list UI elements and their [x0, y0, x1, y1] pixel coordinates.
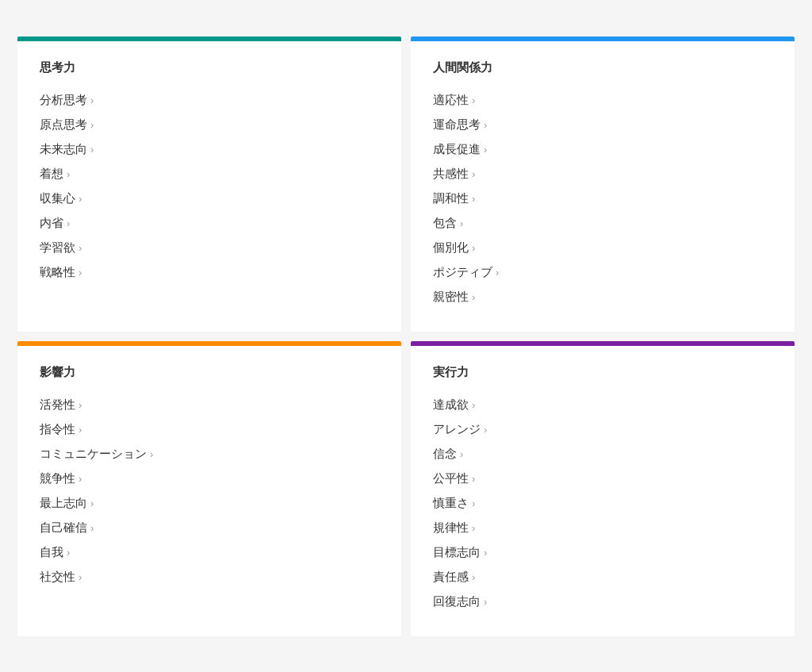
item-label: 収集心 — [40, 191, 75, 206]
chevron-icon: › — [150, 448, 153, 460]
item-list-thinking: 分析思考 ›原点思考 ›未来志向 ›着想 ›収集心 ›内省 ›学習欲 ›戦略性 … — [40, 88, 379, 285]
list-item[interactable]: 分析思考 › — [40, 88, 379, 113]
chevron-icon: › — [484, 596, 487, 608]
chevron-icon: › — [472, 473, 475, 485]
item-label: 戦略性 — [40, 265, 75, 280]
list-item[interactable]: 指令性 › — [40, 417, 379, 442]
list-item[interactable]: 原点思考 › — [40, 113, 379, 137]
list-item[interactable]: 規律性 › — [433, 516, 772, 540]
chevron-icon: › — [90, 497, 94, 509]
chevron-icon: › — [67, 217, 70, 229]
chevron-icon: › — [472, 242, 475, 254]
item-label: 回復志向 — [433, 594, 481, 609]
list-item[interactable]: 適応性 › — [433, 88, 772, 113]
item-list-execution: 達成欲 ›アレンジ ›信念 ›公平性 ›慎重さ ›規律性 ›目標志向 ›責任感 … — [433, 393, 772, 614]
list-item[interactable]: 社交性 › — [40, 565, 379, 589]
card-influence: 影響力活発性 ›指令性 ›コミュニケーション ›競争性 ›最上志向 ›自己確信 … — [17, 341, 401, 636]
chevron-icon: › — [472, 571, 475, 583]
chevron-icon: › — [90, 144, 94, 156]
card-body-thinking: 思考力分析思考 ›原点思考 ›未来志向 ›着想 ›収集心 ›内省 ›学習欲 ›戦… — [17, 41, 401, 307]
list-item[interactable]: 責任感 › — [433, 565, 772, 589]
item-label: 公平性 — [433, 471, 469, 486]
list-item[interactable]: 包含 › — [433, 211, 772, 236]
list-item[interactable]: 自己確信 › — [40, 516, 379, 540]
chevron-icon: › — [79, 399, 82, 411]
list-item[interactable]: 親密性 › — [433, 285, 772, 309]
list-item[interactable]: コミュニケーション › — [40, 442, 379, 467]
item-label: 自我 — [40, 545, 63, 560]
chevron-icon: › — [484, 424, 487, 436]
card-body-influence: 影響力活発性 ›指令性 ›コミュニケーション ›競争性 ›最上志向 ›自己確信 … — [17, 346, 401, 612]
card-body-execution: 実行力達成欲 ›アレンジ ›信念 ›公平性 ›慎重さ ›規律性 ›目標志向 ›責… — [411, 346, 795, 636]
list-item[interactable]: ポジティブ › — [433, 260, 772, 285]
list-item[interactable]: 慎重さ › — [433, 491, 772, 516]
item-label: 競争性 — [40, 471, 75, 486]
item-label: 慎重さ — [433, 496, 469, 511]
chevron-icon: › — [472, 399, 475, 411]
item-label: 共感性 — [433, 167, 469, 182]
item-label: 包含 — [433, 216, 457, 231]
chevron-icon: › — [472, 168, 475, 180]
item-label: 目標志向 — [433, 545, 481, 560]
chevron-icon: › — [79, 242, 82, 254]
list-item[interactable]: 成長促進 › — [433, 137, 772, 162]
list-item[interactable]: 収集心 › — [40, 186, 379, 211]
item-label: 達成欲 — [433, 397, 469, 413]
main-grid: 思考力分析思考 ›原点思考 ›未来志向 ›着想 ›収集心 ›内省 ›学習欲 ›戦… — [17, 36, 795, 636]
item-label: ポジティブ — [433, 265, 492, 280]
list-item[interactable]: 回復志向 › — [433, 589, 772, 614]
item-label: 内省 — [40, 216, 63, 231]
item-label: 原点思考 — [40, 117, 87, 132]
item-label: 自己確信 — [40, 520, 87, 536]
item-label: 親密性 — [433, 290, 469, 305]
list-item[interactable]: 着想 › — [40, 162, 379, 186]
chevron-icon: › — [472, 94, 475, 106]
chevron-icon: › — [90, 522, 94, 534]
chevron-icon: › — [472, 193, 475, 205]
item-label: 成長促進 — [433, 142, 481, 157]
chevron-icon: › — [79, 267, 82, 278]
chevron-icon: › — [484, 144, 487, 156]
list-item[interactable]: 個別化 › — [433, 236, 772, 260]
chevron-icon: › — [472, 497, 475, 509]
item-label: 未来志向 — [40, 142, 87, 157]
list-item[interactable]: 戦略性 › — [40, 260, 379, 285]
list-item[interactable]: 自我 › — [40, 540, 379, 565]
item-list-influence: 活発性 ›指令性 ›コミュニケーション ›競争性 ›最上志向 ›自己確信 ›自我… — [40, 393, 379, 589]
list-item[interactable]: 公平性 › — [433, 467, 772, 491]
card-title-thinking: 思考力 — [40, 60, 379, 75]
chevron-icon: › — [79, 571, 82, 583]
chevron-icon: › — [67, 168, 70, 180]
card-title-execution: 実行力 — [433, 365, 772, 380]
chevron-icon: › — [79, 473, 82, 485]
card-thinking: 思考力分析思考 ›原点思考 ›未来志向 ›着想 ›収集心 ›内省 ›学習欲 ›戦… — [17, 36, 401, 332]
item-label: アレンジ — [433, 422, 481, 437]
list-item[interactable]: 競争性 › — [40, 467, 379, 491]
chevron-icon: › — [460, 217, 463, 229]
list-item[interactable]: 最上志向 › — [40, 491, 379, 516]
list-item[interactable]: 目標志向 › — [433, 540, 772, 565]
item-label: 指令性 — [40, 422, 75, 437]
item-label: 着想 — [40, 167, 63, 182]
list-item[interactable]: 運命思考 › — [433, 113, 772, 137]
list-item[interactable]: 共感性 › — [433, 162, 772, 186]
item-label: コミュニケーション — [40, 447, 147, 462]
list-item[interactable]: アレンジ › — [433, 417, 772, 442]
item-label: 適応性 — [433, 93, 469, 108]
item-label: 分析思考 — [40, 93, 87, 108]
item-label: 活発性 — [40, 397, 75, 413]
item-label: 信念 — [433, 447, 457, 462]
list-item[interactable]: 未来志向 › — [40, 137, 379, 162]
chevron-icon: › — [496, 267, 499, 278]
chevron-icon: › — [484, 547, 487, 559]
card-title-influence: 影響力 — [40, 365, 379, 380]
list-item[interactable]: 信念 › — [433, 442, 772, 467]
item-label: 規律性 — [433, 520, 469, 536]
list-item[interactable]: 活発性 › — [40, 393, 379, 417]
item-list-relationships: 適応性 ›運命思考 ›成長促進 ›共感性 ›調和性 ›包含 ›個別化 ›ポジティ… — [433, 88, 772, 309]
list-item[interactable]: 達成欲 › — [433, 393, 772, 417]
list-item[interactable]: 学習欲 › — [40, 236, 379, 260]
chevron-icon: › — [472, 522, 475, 534]
list-item[interactable]: 調和性 › — [433, 186, 772, 211]
list-item[interactable]: 内省 › — [40, 211, 379, 236]
